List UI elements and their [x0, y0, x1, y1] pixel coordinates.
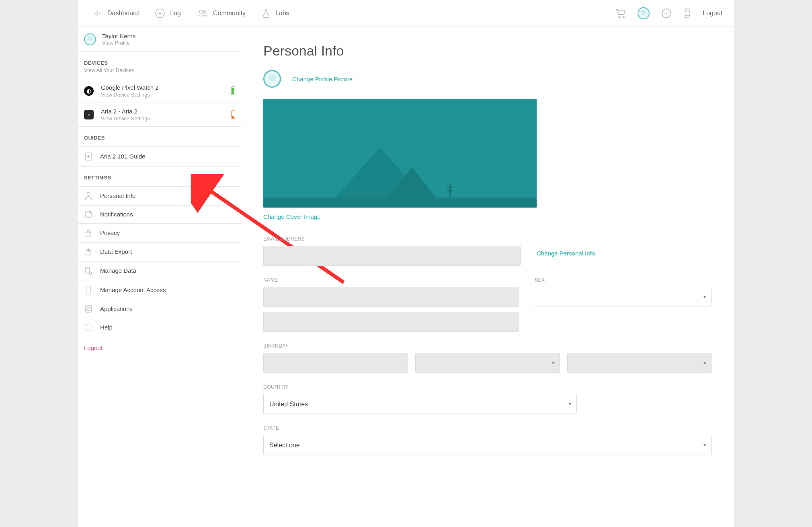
- svg-rect-31: [87, 307, 90, 311]
- settings-data-export[interactable]: Data Export: [78, 243, 241, 261]
- device-pixel-watch[interactable]: ◐ Google Pixel Watch 2 View Device Setti…: [78, 79, 241, 103]
- svg-point-2: [97, 15, 98, 16]
- svg-point-4: [99, 13, 100, 14]
- logout-link[interactable]: Logout: [703, 10, 722, 17]
- svg-point-12: [199, 10, 203, 13]
- nav-label: Log: [170, 10, 181, 17]
- nav-dashboard[interactable]: Dashboard: [86, 4, 146, 22]
- settings-notifications[interactable]: Notifications: [78, 206, 241, 224]
- settings-help[interactable]: Help: [78, 318, 241, 337]
- watch-icon[interactable]: [683, 8, 691, 19]
- svg-point-15: [623, 16, 624, 18]
- svg-point-22: [87, 192, 90, 196]
- sidebar-logout[interactable]: Logout: [78, 337, 241, 358]
- svg-point-6: [99, 12, 100, 12]
- svg-point-5: [96, 12, 97, 12]
- page-title: Personal Info: [263, 43, 712, 59]
- svg-rect-30: [85, 306, 92, 312]
- guide-aria[interactable]: Aria 2 101 Guide: [78, 147, 241, 167]
- help-icon: [84, 323, 93, 332]
- svg-rect-25: [86, 232, 91, 236]
- sidebar-profile[interactable]: Taylor Kerns View Profile: [78, 27, 241, 52]
- settings-manage-account[interactable]: Manage Account Access: [78, 280, 241, 300]
- guides-header: GUIDES: [78, 127, 241, 147]
- country-select[interactable]: United States: [263, 394, 577, 414]
- country-label: COUNTRY: [263, 384, 577, 390]
- nav-labs[interactable]: Labs: [254, 4, 297, 22]
- notification-icon: [84, 210, 93, 218]
- main-content: Personal Info Change Profile Picture Cha…: [241, 27, 734, 527]
- birthday-label: BIRTHDAY: [263, 343, 712, 349]
- email-input[interactable]: [263, 246, 521, 266]
- profile-sub: View Profile: [102, 40, 135, 46]
- devices-header[interactable]: DEVICES View All Your Devices: [78, 52, 241, 79]
- change-personal-link[interactable]: Change Personal Info: [537, 250, 595, 257]
- lock-icon: [84, 229, 93, 237]
- change-picture-link[interactable]: Change Profile Picture: [292, 76, 353, 82]
- svg-point-24: [90, 211, 92, 213]
- state-select[interactable]: Select one: [263, 435, 712, 455]
- plus-circle-icon: [155, 8, 165, 19]
- svg-point-0: [97, 12, 98, 14]
- svg-rect-27: [86, 268, 90, 273]
- svg-point-32: [85, 324, 92, 331]
- sex-label: SEX: [535, 277, 712, 283]
- nav-label: Dashboard: [107, 10, 139, 17]
- settings-privacy[interactable]: Privacy: [78, 224, 241, 243]
- last-name-input[interactable]: [263, 312, 519, 332]
- profile-name: Taylor Kerns: [102, 33, 135, 40]
- change-cover-link[interactable]: Change Cover Image: [263, 213, 712, 220]
- svg-point-10: [101, 13, 102, 14]
- svg-point-1: [97, 11, 98, 12]
- name-label: NAME: [263, 277, 519, 283]
- guide-icon: [84, 152, 93, 161]
- cover-image: [263, 99, 537, 208]
- svg-point-9: [97, 10, 98, 10]
- nav-label: Labs: [275, 10, 289, 17]
- nav-log[interactable]: Log: [148, 4, 188, 23]
- svg-rect-20: [685, 11, 690, 16]
- battery-icon: [231, 87, 235, 95]
- battery-icon: [231, 111, 235, 119]
- svg-point-3: [95, 13, 96, 14]
- settings-personal-info[interactable]: Personal Info: [78, 187, 241, 206]
- svg-point-18: [666, 13, 667, 14]
- phone-icon: [84, 285, 93, 295]
- sex-select[interactable]: [535, 287, 712, 307]
- first-name-input[interactable]: [263, 287, 519, 307]
- nav-community[interactable]: Community: [190, 5, 253, 22]
- svg-point-8: [99, 14, 100, 15]
- settings-header: SETTINGS: [78, 167, 241, 187]
- profile-avatar: [263, 70, 281, 88]
- svg-point-14: [619, 16, 620, 18]
- settings-applications[interactable]: Applications: [78, 300, 241, 318]
- flask-icon: [262, 8, 271, 18]
- person-icon: [84, 191, 93, 200]
- apps-icon: [84, 305, 93, 313]
- birth-year-input[interactable]: [263, 353, 408, 373]
- svg-point-7: [96, 14, 97, 15]
- export-icon: [84, 247, 93, 256]
- avatar-icon[interactable]: [638, 7, 650, 19]
- dashboard-icon: [93, 8, 103, 18]
- manage-data-icon: [84, 266, 93, 275]
- state-label: STATE: [263, 425, 712, 431]
- birth-day-select[interactable]: [567, 353, 712, 373]
- svg-rect-36: [263, 198, 537, 208]
- svg-point-19: [668, 13, 668, 14]
- top-nav: Dashboard Log Community Labs: [78, 0, 734, 27]
- messages-icon[interactable]: [661, 8, 672, 19]
- people-icon: [197, 9, 208, 18]
- svg-point-13: [203, 11, 206, 13]
- settings-manage-data[interactable]: Manage Data: [78, 261, 241, 280]
- scale-device-icon: ▪: [84, 110, 94, 119]
- device-aria[interactable]: ▪ Aria 2 - Aria 2 View Device Settings: [78, 103, 241, 127]
- birth-month-select[interactable]: [415, 353, 560, 373]
- avatar-icon: [84, 33, 96, 45]
- watch-device-icon: ◐: [84, 86, 94, 96]
- svg-rect-29: [86, 286, 91, 294]
- svg-point-17: [664, 13, 665, 14]
- cart-icon[interactable]: [615, 8, 626, 19]
- email-label: EMAIL ADDRESS: [263, 236, 521, 242]
- nav-label: Community: [213, 10, 246, 17]
